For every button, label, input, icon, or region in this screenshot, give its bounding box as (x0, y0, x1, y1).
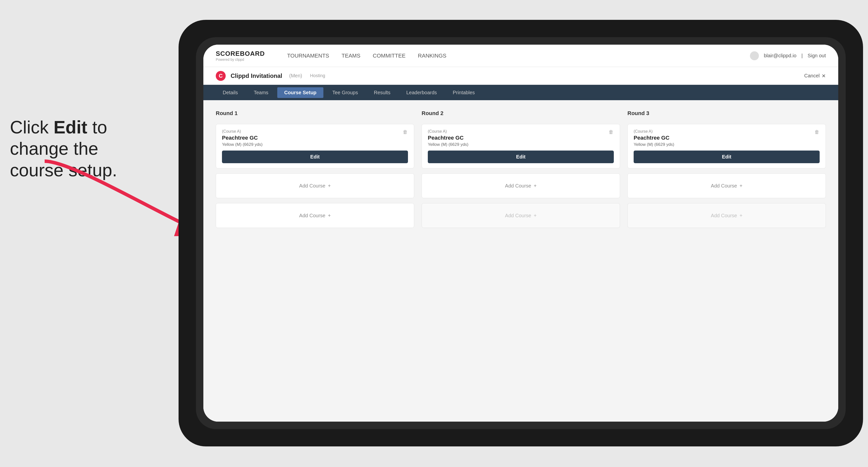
logo-subtitle: Powered by clippd (216, 58, 265, 62)
round-1-add-course-1[interactable]: Add Course + (216, 174, 414, 198)
tab-details[interactable]: Details (216, 87, 245, 98)
user-email: blair@clippd.io (764, 53, 796, 59)
tournament-name: Clippd Invitational (230, 72, 282, 80)
tab-printables[interactable]: Printables (446, 87, 482, 98)
add-course-text-3: Add Course + (505, 183, 536, 189)
plus-icon-4: + (534, 213, 537, 218)
round-3-delete-icon[interactable]: 🗑 (813, 128, 820, 136)
round-2-delete-icon[interactable]: 🗑 (607, 128, 615, 136)
sign-out-link[interactable]: Sign out (808, 53, 826, 59)
tab-teams[interactable]: Teams (247, 87, 275, 98)
nav-tournaments[interactable]: TOURNAMENTS (287, 53, 329, 59)
round-2-column: Round 2 🗑 (Course A) Peachtree GC Yellow… (422, 110, 620, 228)
round-1-course-details: Yellow (M) (6629 yds) (222, 142, 408, 147)
plus-icon-3: + (534, 183, 537, 189)
round-3-course-label: (Course A) (633, 129, 819, 134)
round-3-course-details: Yellow (M) (6629 yds) (633, 142, 819, 147)
round-1-course-label: (Course A) (222, 129, 408, 134)
rounds-container: Round 1 🗑 (Course A) Peachtree GC Yellow… (216, 110, 826, 228)
add-course-text-6: Add Course + (711, 213, 742, 218)
round-1-course-card: 🗑 (Course A) Peachtree GC Yellow (M) (66… (216, 124, 414, 168)
user-avatar (750, 51, 759, 60)
plus-icon-1: + (328, 183, 331, 189)
round-3-column: Round 3 🗑 (Course A) Peachtree GC Yellow… (627, 110, 826, 228)
plus-icon-5: + (740, 183, 743, 189)
add-course-text-4: Add Course + (505, 213, 536, 218)
round-2-course-name: Peachtree GC (428, 135, 614, 141)
cancel-button[interactable]: Cancel ✕ (804, 73, 826, 79)
tab-tee-groups[interactable]: Tee Groups (326, 87, 365, 98)
top-navbar: SCOREBOARD Powered by clippd TOURNAMENTS… (204, 44, 838, 67)
nav-right: blair@clippd.io | Sign out (750, 51, 826, 60)
round-2-title: Round 2 (422, 110, 620, 117)
instruction-prefix: Click (10, 117, 54, 137)
add-course-text-2: Add Course + (299, 213, 331, 218)
round-1-delete-icon[interactable]: 🗑 (402, 128, 409, 136)
tablet-device: SCOREBOARD Powered by clippd TOURNAMENTS… (179, 20, 863, 446)
tablet-screen: SCOREBOARD Powered by clippd TOURNAMENTS… (204, 44, 838, 422)
round-1-course-name: Peachtree GC (222, 135, 408, 141)
clippd-logo: C (216, 71, 226, 81)
add-course-text-5: Add Course + (711, 183, 742, 189)
tournament-gender: (Men) (289, 73, 302, 79)
tablet-inner: SCOREBOARD Powered by clippd TOURNAMENTS… (196, 37, 846, 429)
round-2-course-details: Yellow (M) (6629 yds) (428, 142, 614, 147)
close-icon: ✕ (822, 73, 826, 79)
round-2-edit-button[interactable]: Edit (428, 151, 614, 163)
round-3-course-card: 🗑 (Course A) Peachtree GC Yellow (M) (66… (627, 124, 826, 168)
round-3-course-name: Peachtree GC (633, 135, 819, 141)
tab-leaderboards[interactable]: Leaderboards (399, 87, 444, 98)
hosting-badge: Hosting (310, 73, 325, 79)
tab-course-setup[interactable]: Course Setup (277, 87, 323, 98)
round-3-title: Round 3 (627, 110, 826, 117)
logo-title: SCOREBOARD (216, 50, 265, 58)
round-1-title: Round 1 (216, 110, 414, 117)
round-2-course-card: 🗑 (Course A) Peachtree GC Yellow (M) (66… (422, 124, 620, 168)
scoreboard-logo: SCOREBOARD Powered by clippd (216, 50, 265, 62)
round-3-add-course-1[interactable]: Add Course + (627, 174, 826, 198)
round-2-course-label: (Course A) (428, 129, 614, 134)
instruction-bold: Edit (54, 117, 87, 137)
nav-teams[interactable]: TEAMS (341, 53, 360, 59)
nav-committee[interactable]: COMMITTEE (373, 53, 405, 59)
tab-bar: Details Teams Course Setup Tee Groups Re… (204, 85, 838, 100)
add-course-text-1: Add Course + (299, 183, 331, 189)
round-1-add-course-2[interactable]: Add Course + (216, 203, 414, 228)
round-2-add-course-2: Add Course + (422, 203, 620, 228)
plus-icon-2: + (328, 213, 331, 218)
plus-icon-6: + (740, 213, 743, 218)
round-1-column: Round 1 🗑 (Course A) Peachtree GC Yellow… (216, 110, 414, 228)
round-1-edit-button[interactable]: Edit (222, 151, 408, 163)
app-content: SCOREBOARD Powered by clippd TOURNAMENTS… (204, 44, 838, 422)
round-3-add-course-2: Add Course + (627, 203, 826, 228)
nav-rankings[interactable]: RANKINGS (418, 53, 446, 59)
nav-links: TOURNAMENTS TEAMS COMMITTEE RANKINGS (287, 53, 735, 59)
tab-results[interactable]: Results (367, 87, 397, 98)
sub-header: C Clippd Invitational (Men) Hosting Canc… (204, 67, 838, 85)
main-content: Round 1 🗑 (Course A) Peachtree GC Yellow… (204, 100, 838, 422)
round-2-add-course-1[interactable]: Add Course + (422, 174, 620, 198)
pipe-separator: | (801, 53, 803, 59)
round-3-edit-button[interactable]: Edit (633, 151, 819, 163)
